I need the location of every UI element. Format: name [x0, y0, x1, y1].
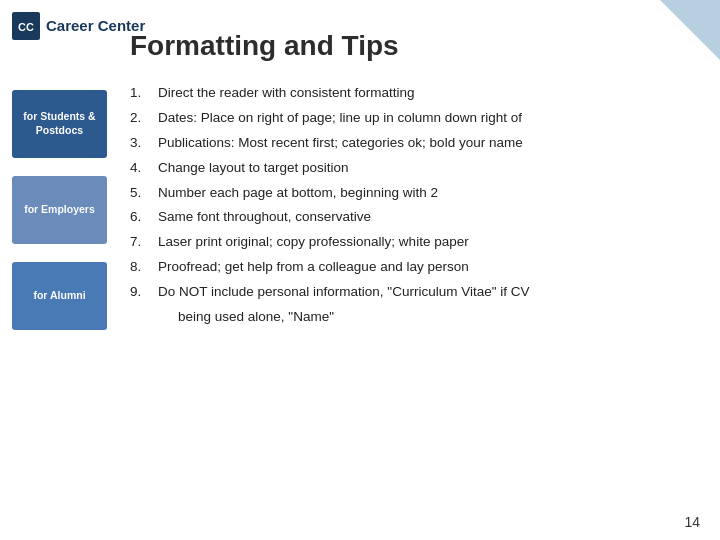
- list-item: 7. Laser print original; copy profession…: [130, 233, 710, 252]
- sidebar-alumni-label: for Alumni: [33, 289, 85, 303]
- logo: CC Career Center: [12, 12, 145, 40]
- list-text: Change layout to target position: [158, 159, 710, 178]
- list-item: 4. Change layout to target position: [130, 159, 710, 178]
- page-title: Formatting and Tips: [130, 30, 710, 62]
- main-content: Formatting and Tips 1. Direct the reader…: [130, 20, 710, 510]
- list-item-continuation: being used alone, "Name": [130, 308, 710, 327]
- list-text: Dates: Place on right of page; line up i…: [158, 109, 710, 128]
- list-text: Do NOT include personal information, "Cu…: [158, 283, 710, 302]
- list-text: Publications: Most recent first; categor…: [158, 134, 710, 153]
- career-center-logo-icon: CC: [12, 12, 40, 40]
- sidebar-item-alumni[interactable]: for Alumni: [12, 262, 107, 330]
- list-item: 3. Publications: Most recent first; cate…: [130, 134, 710, 153]
- sidebar: for Students & Postdocs for Employers fo…: [12, 90, 107, 330]
- svg-text:CC: CC: [18, 21, 34, 33]
- list-number: 2.: [130, 109, 158, 128]
- list-text: Direct the reader with consistent format…: [158, 84, 710, 103]
- page-number: 14: [684, 514, 700, 530]
- sidebar-employers-label: for Employers: [24, 203, 95, 217]
- list-number: 9.: [130, 283, 158, 302]
- list-text: Proofread; get help from a colleague and…: [158, 258, 710, 277]
- list-number: 7.: [130, 233, 158, 252]
- list-item: 6. Same font throughout, conservative: [130, 208, 710, 227]
- sidebar-item-students[interactable]: for Students & Postdocs: [12, 90, 107, 158]
- list-number: 6.: [130, 208, 158, 227]
- list-number-blank: [130, 308, 158, 327]
- list-item: 2. Dates: Place on right of page; line u…: [130, 109, 710, 128]
- list-number: 3.: [130, 134, 158, 153]
- list-text: Same font throughout, conservative: [158, 208, 710, 227]
- sidebar-students-label: for Students & Postdocs: [18, 110, 101, 137]
- list-item: 9. Do NOT include personal information, …: [130, 283, 710, 302]
- list-item: 8. Proofread; get help from a colleague …: [130, 258, 710, 277]
- top-accent-decoration: [660, 0, 720, 60]
- list-text: Number each page at bottom, beginning wi…: [158, 184, 710, 203]
- list-text-continuation: being used alone, "Name": [158, 308, 710, 327]
- list-item: 5. Number each page at bottom, beginning…: [130, 184, 710, 203]
- tips-list: 1. Direct the reader with consistent for…: [130, 84, 710, 327]
- list-number: 5.: [130, 184, 158, 203]
- list-number: 4.: [130, 159, 158, 178]
- list-number: 1.: [130, 84, 158, 103]
- list-number: 8.: [130, 258, 158, 277]
- list-item: 1. Direct the reader with consistent for…: [130, 84, 710, 103]
- sidebar-item-employers[interactable]: for Employers: [12, 176, 107, 244]
- list-text: Laser print original; copy professionall…: [158, 233, 710, 252]
